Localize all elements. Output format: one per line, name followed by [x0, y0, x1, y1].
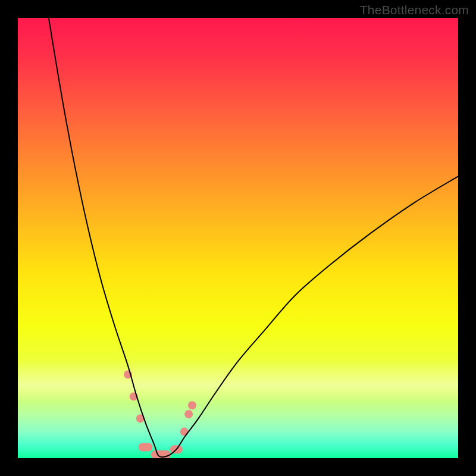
- watermark-text: TheBottleneck.com: [360, 3, 469, 17]
- balance-markers: [124, 370, 196, 458]
- chart-frame: TheBottleneck.com: [0, 0, 476, 476]
- balance-marker: [188, 401, 196, 409]
- balance-marker: [180, 428, 189, 436]
- balance-marker: [184, 410, 193, 418]
- plot-area: [18, 18, 458, 458]
- chart-svg: [18, 18, 458, 458]
- bottleneck-curve: [49, 18, 458, 457]
- balance-marker: [139, 443, 153, 452]
